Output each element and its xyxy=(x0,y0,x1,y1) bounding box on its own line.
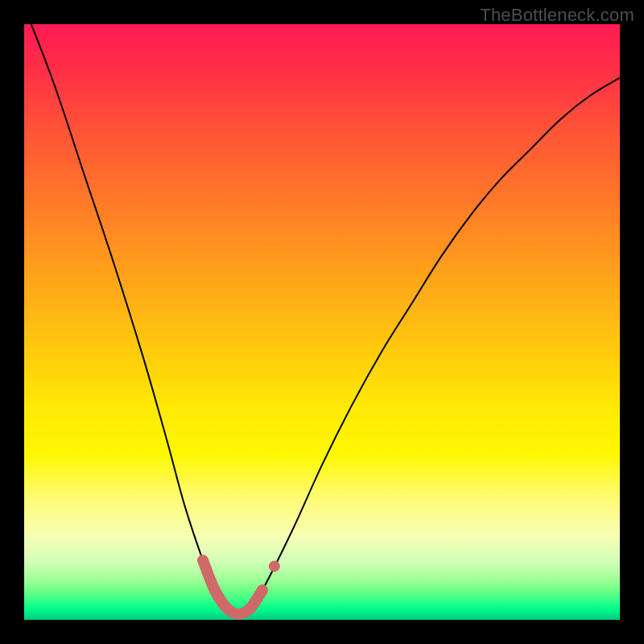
chart-frame: TheBottleneck.com xyxy=(0,0,644,644)
optimal-range-marker xyxy=(203,560,262,614)
plot-area xyxy=(24,24,620,620)
bottleneck-curve xyxy=(24,6,620,614)
watermark-text: TheBottleneck.com xyxy=(480,5,634,26)
optimal-range-dot xyxy=(269,560,280,572)
curve-svg xyxy=(24,24,620,620)
